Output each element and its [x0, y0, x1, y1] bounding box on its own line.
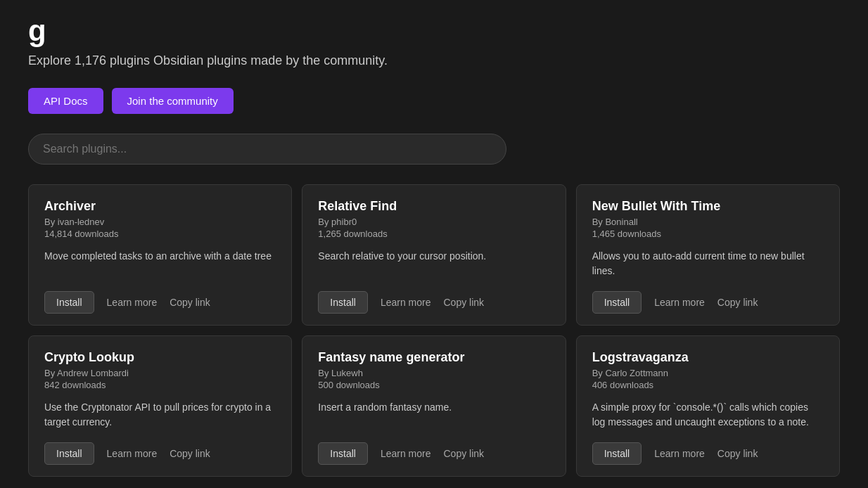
- join-community-button[interactable]: Join the community: [112, 88, 234, 114]
- copy-link-button[interactable]: Copy link: [170, 448, 210, 459]
- learn-more-button[interactable]: Learn more: [107, 448, 158, 459]
- plugin-card: Crypto Lookup By Andrew Lombardi 842 dow…: [28, 335, 292, 477]
- plugin-name: Relative Find: [318, 199, 549, 214]
- plugin-downloads: 406 downloads: [592, 380, 824, 390]
- copy-link-button[interactable]: Copy link: [170, 297, 210, 308]
- plugin-downloads: 14,814 downloads: [44, 229, 276, 239]
- plugin-description: A simple proxy for `console.*()` calls w…: [592, 400, 824, 430]
- plugin-card: New Bullet With Time By Boninall 1,465 d…: [576, 184, 840, 326]
- plugin-author: By Carlo Zottmann: [592, 368, 824, 378]
- install-button[interactable]: Install: [318, 442, 368, 465]
- plugin-description: Move completed tasks to an archive with …: [44, 249, 276, 278]
- plugin-card: Fantasy name generator By Lukewh 500 dow…: [302, 335, 566, 477]
- page-container: g Explore 1,176 plugins Obsidian plugins…: [0, 0, 868, 488]
- plugin-author: By Boninall: [592, 217, 824, 227]
- plugin-author: By ivan-lednev: [44, 217, 276, 227]
- plugin-name: Archiver: [44, 199, 276, 214]
- learn-more-button[interactable]: Learn more: [381, 448, 431, 459]
- copy-link-button[interactable]: Copy link: [717, 448, 758, 459]
- install-button[interactable]: Install: [44, 291, 94, 314]
- learn-more-button[interactable]: Learn more: [107, 297, 158, 308]
- plugin-downloads: 842 downloads: [44, 380, 276, 390]
- copy-link-button[interactable]: Copy link: [444, 448, 485, 459]
- learn-more-button[interactable]: Learn more: [381, 297, 431, 308]
- plugin-downloads: 1,465 downloads: [592, 229, 824, 239]
- install-button[interactable]: Install: [592, 442, 642, 465]
- plugin-actions: Install Learn more Copy link: [318, 442, 549, 465]
- plugin-card: Logstravaganza By Carlo Zottmann 406 dow…: [576, 335, 840, 477]
- plugin-downloads: 1,265 downloads: [318, 229, 549, 239]
- button-row: API Docs Join the community: [28, 88, 840, 114]
- plugin-name: Crypto Lookup: [44, 350, 276, 365]
- page-title: g: [28, 14, 840, 48]
- plugin-name: Logstravaganza: [592, 350, 824, 365]
- plugin-name: Fantasy name generator: [318, 350, 549, 365]
- plugin-actions: Install Learn more Copy link: [592, 442, 824, 465]
- plugin-actions: Install Learn more Copy link: [592, 291, 824, 314]
- plugin-description: Allows you to auto-add current time to n…: [592, 249, 824, 278]
- install-button[interactable]: Install: [592, 291, 642, 314]
- plugin-author: By phibr0: [318, 217, 549, 227]
- copy-link-button[interactable]: Copy link: [717, 297, 758, 308]
- learn-more-button[interactable]: Learn more: [654, 448, 705, 459]
- copy-link-button[interactable]: Copy link: [444, 297, 485, 308]
- install-button[interactable]: Install: [318, 291, 368, 314]
- plugin-downloads: 500 downloads: [318, 380, 549, 390]
- plugin-name: New Bullet With Time: [592, 199, 824, 214]
- plugin-actions: Install Learn more Copy link: [44, 442, 276, 465]
- search-input[interactable]: [28, 134, 506, 165]
- plugin-description: Use the Cryptonator API to pull prices f…: [44, 400, 276, 430]
- learn-more-button[interactable]: Learn more: [654, 297, 705, 308]
- install-button[interactable]: Install: [44, 442, 94, 465]
- plugin-author: By Andrew Lombardi: [44, 368, 276, 378]
- page-subtitle: Explore 1,176 plugins Obsidian plugins m…: [28, 53, 840, 68]
- api-docs-button[interactable]: API Docs: [28, 88, 103, 114]
- plugin-card: Archiver By ivan-lednev 14,814 downloads…: [28, 184, 292, 326]
- plugin-actions: Install Learn more Copy link: [318, 291, 549, 314]
- plugin-author: By Lukewh: [318, 368, 549, 378]
- plugin-actions: Install Learn more Copy link: [44, 291, 276, 314]
- plugin-card: Relative Find By phibr0 1,265 downloads …: [302, 184, 566, 326]
- plugin-description: Insert a random fantasy name.: [318, 400, 549, 430]
- plugin-description: Search relative to your cursor position.: [318, 249, 549, 278]
- plugins-grid: Archiver By ivan-lednev 14,814 downloads…: [28, 184, 840, 477]
